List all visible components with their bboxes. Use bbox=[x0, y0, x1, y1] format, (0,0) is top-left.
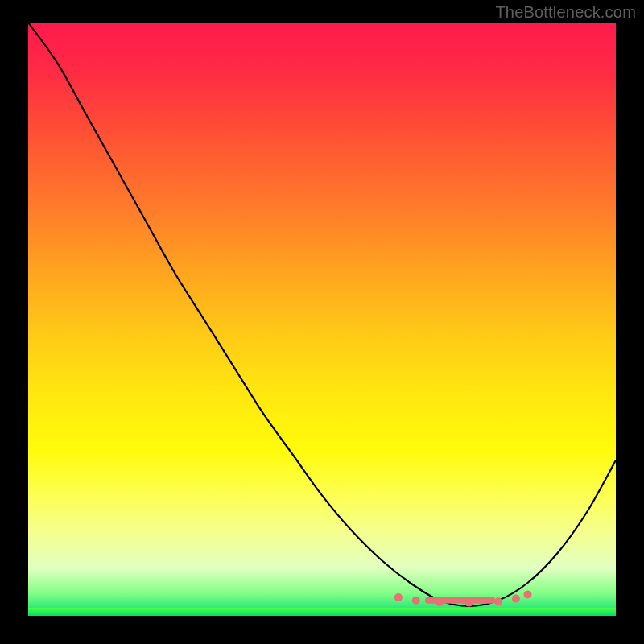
valley-dash bbox=[425, 597, 496, 604]
valley-dot bbox=[394, 593, 402, 601]
bottleneck-curve bbox=[28, 23, 616, 616]
curve-line bbox=[28, 23, 616, 606]
valley-marker-dots bbox=[394, 591, 532, 607]
valley-dot bbox=[512, 595, 520, 603]
chart-frame: TheBottleneck.com bbox=[0, 0, 644, 644]
valley-dot bbox=[524, 591, 532, 599]
plot-area bbox=[28, 23, 616, 616]
watermark-text: TheBottleneck.com bbox=[495, 3, 636, 22]
valley-dot bbox=[494, 597, 502, 605]
valley-dot bbox=[412, 597, 420, 605]
